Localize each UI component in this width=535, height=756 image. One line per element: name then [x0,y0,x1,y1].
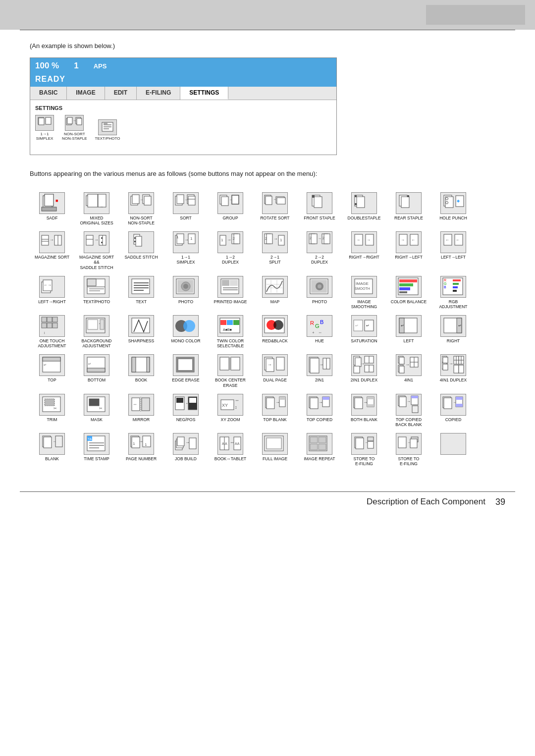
top-copied-label: TOP COPIED [307,417,332,422]
svg-rect-74 [134,237,136,239]
svg-rect-329 [267,438,281,449]
nonsort-label: NON-SORTNON-STAPLE [62,132,87,141]
right-icon: ↵ [440,315,466,337]
btn-2in1: → 2IN1 [297,351,342,390]
svg-rect-162 [53,317,57,322]
btn-right: ↵ RIGHT [431,312,476,351]
svg-rect-59 [42,235,49,245]
magazine-sort-icon: → [39,231,65,253]
twin-color-label: TWIN COLORSELECTABLE [217,338,244,348]
svg-text:B: B [320,319,323,325]
svg-rect-212 [231,357,240,370]
btn-nonsort: → NON-SORTNON-STAPLE [119,189,163,228]
btn-right-left: → ← RIGHT→LEFT [386,228,431,273]
image-smoothing-label: IMAGESMOOTHING [351,299,377,309]
textphoto-label: TEXT/PHOTO [95,136,120,141]
top-copied-back-blank-label: TOP COPIEDBACK BLANK [395,417,422,427]
red-black-label: RED&BLACK [262,338,288,343]
mirror-label: MIRROR [133,417,150,422]
xy-zoom-label: XY ZOOM [220,417,240,422]
svg-rect-45 [312,195,315,198]
tab-settings[interactable]: SETTINGS [180,87,228,100]
svg-text:↔: ↔ [100,205,104,209]
btn-store-to-efiling-1: → STORE TOE-FILING [342,430,386,469]
svg-rect-150 [399,287,410,290]
left-left-label: LEFT→LEFT [441,255,466,260]
tab-edit[interactable]: EDIT [105,87,137,100]
svg-rect-117 [87,279,96,286]
tab-basic[interactable]: BASIC [30,87,67,100]
svg-text:A: A [222,442,224,445]
tab-image[interactable]: IMAGE [67,87,105,100]
svg-rect-319 [189,438,196,449]
main-content: (An example is shown below.) 100 % 1 APS… [0,30,535,482]
svg-rect-89 [267,234,272,244]
group-icon: → [217,192,243,214]
svg-text:AA: AA [235,442,240,445]
page-number-label: PAGE NUMBER [126,456,157,461]
btn-hue: R G B + ↔ HUE [297,312,342,351]
magazine-saddle-icon: → [84,231,109,253]
btn-background-adj: ↔ BACKGROUNDADJUSTMENT [74,312,119,351]
svg-rect-297 [456,397,463,400]
svg-text:TAG: TAG [88,437,95,441]
svg-rect-332 [319,437,326,443]
svg-rect-170 [100,320,104,329]
desc-text: Buttons appearing on the various menus a… [30,169,505,179]
left-label: LEFT [404,338,414,343]
svg-text:→: → [449,361,453,366]
tab-efiling[interactable]: E-FILING [137,87,180,100]
svg-rect-176 [227,320,233,325]
nonsort-icon2: → [128,192,154,214]
top-icon: ↵ [39,354,65,376]
copier-ui-mockup: 100 % 1 APS READY BASIC IMAGE EDIT E-FIL… [30,57,337,155]
one-touch-label: ONE TOUCHADJUSTMENT [38,338,66,348]
mirror-icon: ↔ [128,394,154,416]
svg-rect-285 [367,397,374,399]
svg-rect-217 [276,357,284,370]
right-label: RIGHT [447,338,460,343]
simplex-icon: → [35,115,54,131]
svg-rect-148 [399,279,417,282]
svg-rect-51 [401,197,409,208]
2to2-label: 2→2DUPLEX [311,255,328,265]
svg-rect-225 [354,366,360,373]
1to1-icon: 1 → 1 [173,231,199,253]
4in1-duplex-icon: → [440,354,466,376]
sharpness-label: SHARPNESS [128,338,154,343]
bottom-label: BOTTOM [88,378,106,382]
svg-text:↵: ↵ [44,363,47,367]
saturation-label: SATURATION [351,338,377,343]
neg-pos-label: NEG/POS [176,417,196,422]
btn-top-copied: → TOP COPIED [297,391,342,430]
xy-zoom-icon: XY ↔ ↕ [217,394,243,416]
svg-text:G: G [444,282,446,285]
map-label: MAP [270,299,279,304]
book-center-erase-icon [217,354,243,376]
svg-text:→: → [407,399,411,404]
copier-section-title: SETTINGS [35,105,331,111]
svg-rect-213 [228,357,231,370]
svg-rect-1 [39,118,44,125]
btn-saddle-stitch: SADDLE STITCH [119,228,163,273]
svg-text:↕: ↕ [44,331,46,334]
svg-rect-260 [142,398,150,411]
1to1-label: 1→1SIMPLEX [177,255,195,265]
nonsort-icon: → [65,115,84,131]
saddle-stitch-label: SADDLE STITCH [124,255,158,260]
svg-rect-164 [47,323,52,328]
btn-copied: → COPIED [431,391,476,430]
copier-ready: READY [30,74,336,87]
svg-rect-31 [188,196,195,205]
btn-left: ↵ LEFT [386,312,431,351]
blank-label: BLANK [45,456,59,461]
front-staple-icon [307,192,332,214]
svg-rect-161 [47,317,52,322]
btn-saturation: ↵ ↵ SATURATION [342,312,386,351]
saddle-stitch-icon [128,231,154,253]
sadf-icon: ■ [39,192,65,214]
sharpness-icon [128,315,154,337]
left-left-icon: ← ← [440,231,466,253]
btn-mono-color: MONO COLOR [163,312,208,351]
svg-rect-131 [222,280,229,286]
